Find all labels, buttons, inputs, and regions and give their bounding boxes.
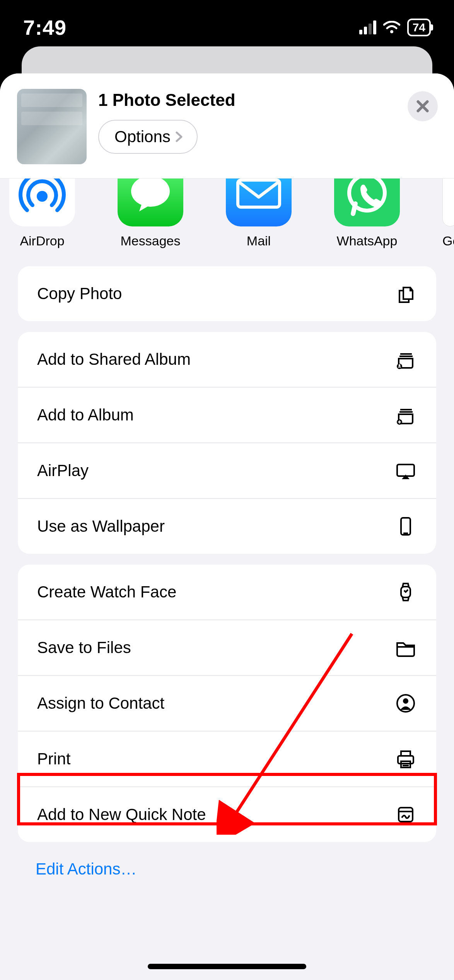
wallpaper-icon [394, 515, 417, 538]
share-sheet: 1 Photo Selected Options [0, 73, 454, 980]
action-create-watch-face[interactable]: Create Watch Face [18, 565, 436, 620]
action-group-1: Copy Photo [18, 266, 436, 321]
share-apps-row[interactable]: AirDrop Messages Mail [0, 179, 454, 255]
action-print[interactable]: Print [18, 732, 436, 787]
svg-point-0 [390, 30, 393, 33]
action-label: Copy Photo [37, 284, 122, 303]
action-use-as-wallpaper[interactable]: Use as Wallpaper [18, 499, 436, 554]
action-label: Add to Shared Album [37, 350, 191, 369]
watch-icon [394, 581, 417, 603]
action-assign-to-contact[interactable]: Assign to Contact [18, 676, 436, 732]
action-add-album[interactable]: Add to Album [18, 388, 436, 443]
svg-point-2 [131, 179, 170, 207]
action-label: Print [37, 750, 70, 768]
status-bar: 7:49 74 [0, 0, 454, 46]
action-label: Add to New Quick Note [37, 805, 206, 824]
cellular-icon [359, 20, 376, 34]
action-label: Create Watch Face [37, 583, 176, 601]
svg-rect-16 [401, 751, 410, 756]
action-copy-photo[interactable]: Copy Photo [18, 266, 436, 321]
app-messages[interactable]: Messages [118, 179, 183, 248]
app-label: Goo [442, 233, 454, 248]
messages-icon [129, 179, 172, 213]
edit-actions-row[interactable]: Edit Actions… [0, 842, 454, 900]
battery-level: 74 [413, 21, 425, 34]
app-google[interactable]: Goo [442, 179, 454, 248]
options-label: Options [114, 128, 171, 146]
mail-icon [236, 179, 282, 211]
shared-album-icon [394, 348, 417, 371]
airplay-icon [394, 459, 417, 482]
battery-indicator: 74 [407, 19, 431, 36]
action-label: AirPlay [37, 461, 89, 480]
sheet-title: 1 Photo Selected [98, 90, 236, 110]
app-label: Messages [121, 233, 181, 248]
sheet-header: 1 Photo Selected Options [0, 73, 454, 179]
action-add-shared-album[interactable]: Add to Shared Album [18, 332, 436, 388]
svg-point-6 [399, 364, 401, 366]
app-mail[interactable]: Mail [226, 179, 292, 248]
folder-icon [394, 636, 417, 659]
printer-icon [394, 748, 417, 770]
airdrop-icon [17, 179, 67, 219]
options-button[interactable]: Options [98, 120, 198, 154]
action-label: Add to Album [37, 406, 134, 424]
action-label: Save to Files [37, 638, 131, 657]
app-label: WhatsApp [337, 233, 398, 248]
action-label: Assign to Contact [37, 694, 164, 713]
action-label: Use as Wallpaper [37, 517, 165, 536]
status-time: 7:49 [23, 15, 67, 39]
action-group-3: Create Watch Face Save to Files Assign t… [18, 565, 436, 842]
edit-actions-link[interactable]: Edit Actions… [36, 860, 137, 878]
close-icon [415, 99, 430, 114]
svg-rect-9 [401, 518, 410, 535]
photo-thumbnail[interactable] [17, 89, 87, 164]
person-icon [394, 692, 417, 715]
svg-rect-8 [397, 464, 414, 476]
wifi-icon [383, 21, 400, 34]
action-airplay[interactable]: AirPlay [18, 443, 436, 499]
close-button[interactable] [408, 91, 438, 121]
app-airdrop[interactable]: AirDrop [9, 179, 75, 248]
svg-point-14 [403, 698, 408, 704]
app-label: Mail [247, 233, 271, 248]
app-whatsapp[interactable]: WhatsApp [334, 179, 400, 248]
add-album-icon [394, 404, 417, 426]
home-indicator[interactable] [148, 964, 306, 969]
quicknote-icon [394, 803, 417, 826]
whatsapp-icon [344, 179, 390, 217]
action-add-quick-note[interactable]: Add to New Quick Note [18, 787, 436, 842]
svg-point-1 [37, 191, 48, 202]
action-group-2: Add to Shared Album Add to Album AirPlay… [18, 332, 436, 554]
chevron-right-icon [174, 131, 184, 142]
status-indicators: 74 [359, 19, 431, 36]
action-save-to-files[interactable]: Save to Files [18, 620, 436, 676]
svg-rect-20 [399, 808, 413, 822]
copy-icon [394, 282, 417, 305]
app-label: AirDrop [20, 233, 64, 248]
